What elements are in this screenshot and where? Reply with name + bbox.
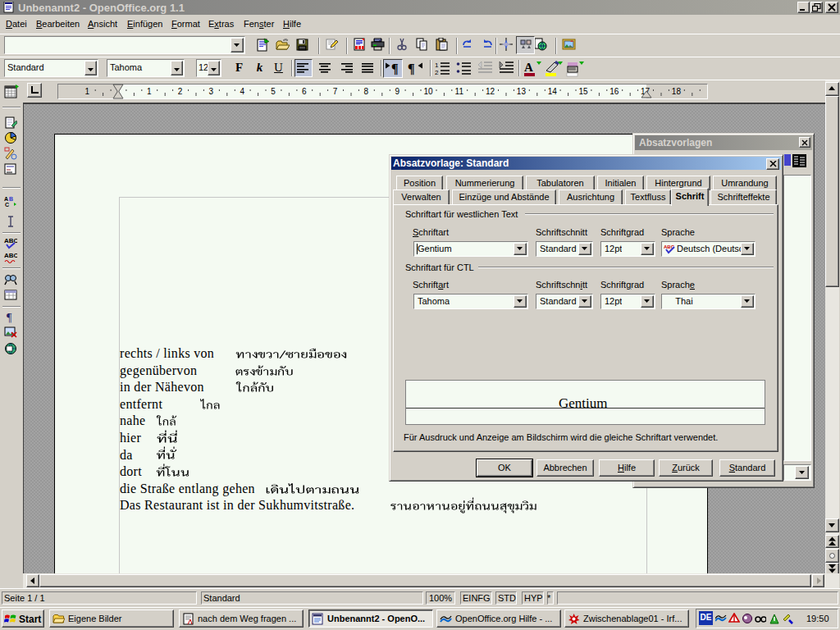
svg-text:13: 13 — [517, 87, 527, 96]
svg-text:1: 1 — [435, 62, 439, 69]
svg-text:10: 10 — [423, 87, 433, 96]
svg-text:9: 9 — [395, 87, 399, 96]
svg-text:7: 7 — [333, 87, 338, 96]
svg-text:1: 1 — [84, 87, 89, 96]
svg-text:16: 16 — [609, 87, 619, 96]
svg-text:¶: ¶ — [391, 62, 399, 75]
svg-text:5: 5 — [271, 87, 276, 96]
svg-text:18: 18 — [672, 87, 682, 96]
svg-text:ABC: ABC — [4, 252, 17, 259]
svg-text:¶: ¶ — [7, 312, 12, 324]
svg-text:14: 14 — [548, 87, 558, 96]
svg-text:ABC: ABC — [4, 237, 17, 244]
svg-text:C: C — [5, 202, 9, 208]
svg-text:12: 12 — [486, 87, 495, 96]
svg-text:2: 2 — [435, 69, 439, 76]
svg-text:A: A — [524, 61, 533, 74]
svg-text:15: 15 — [578, 87, 588, 96]
svg-text:11: 11 — [455, 87, 464, 96]
svg-text:3: 3 — [209, 87, 214, 96]
svg-text:A: A — [4, 196, 8, 202]
svg-text:¶: ¶ — [408, 62, 415, 75]
svg-text:2: 2 — [178, 87, 183, 96]
svg-text:4: 4 — [240, 87, 244, 96]
svg-text:6: 6 — [302, 87, 307, 96]
svg-text:1: 1 — [147, 87, 152, 96]
svg-text:B: B — [9, 196, 13, 202]
svg-text:8: 8 — [364, 87, 369, 96]
